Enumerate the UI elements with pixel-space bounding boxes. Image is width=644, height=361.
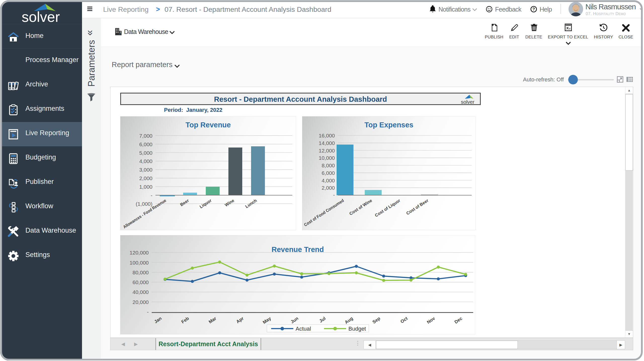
svg-text:120,000: 120,000 — [130, 250, 149, 255]
svg-text:Actual: Actual — [296, 326, 311, 332]
svg-text:12,000: 12,000 — [319, 148, 335, 153]
svg-text:Budget: Budget — [348, 326, 366, 332]
svg-text:20,000: 20,000 — [133, 299, 149, 305]
svg-text:1,000: 1,000 — [139, 184, 152, 190]
svg-text:100,000: 100,000 — [130, 260, 149, 266]
svg-text:X: X — [566, 26, 569, 30]
svg-text:8,000: 8,000 — [321, 163, 335, 168]
svg-text:?: ? — [533, 7, 535, 11]
svg-text:6,000: 6,000 — [139, 141, 152, 147]
svg-text:6,000: 6,000 — [321, 170, 335, 176]
svg-text:-: - — [147, 309, 149, 315]
svg-text:Top Revenue: Top Revenue — [186, 121, 231, 129]
svg-text:4,000: 4,000 — [321, 178, 335, 183]
svg-text:16,000: 16,000 — [319, 133, 335, 138]
svg-text:-: - — [151, 192, 152, 198]
svg-text:60,000: 60,000 — [133, 279, 149, 285]
svg-text:7,000: 7,000 — [139, 133, 152, 139]
svg-text:3,000: 3,000 — [139, 167, 152, 173]
svg-text:solver: solver — [461, 99, 474, 105]
svg-text:14,000: 14,000 — [319, 140, 335, 146]
svg-text:2,000: 2,000 — [321, 185, 335, 191]
svg-text:solver: solver — [22, 9, 60, 24]
svg-text:4,000: 4,000 — [139, 158, 152, 164]
svg-text:-: - — [333, 192, 335, 198]
svg-text:Revenue Trend: Revenue Trend — [272, 245, 324, 253]
svg-text:80,000: 80,000 — [133, 270, 149, 275]
svg-text:10,000: 10,000 — [319, 155, 335, 161]
svg-text:(1,000): (1,000) — [136, 201, 152, 207]
svg-text:40,000: 40,000 — [133, 289, 149, 295]
svg-text:Top Expenses: Top Expenses — [365, 121, 413, 129]
svg-text:2,000: 2,000 — [139, 175, 152, 181]
svg-text:5,000: 5,000 — [139, 150, 152, 156]
